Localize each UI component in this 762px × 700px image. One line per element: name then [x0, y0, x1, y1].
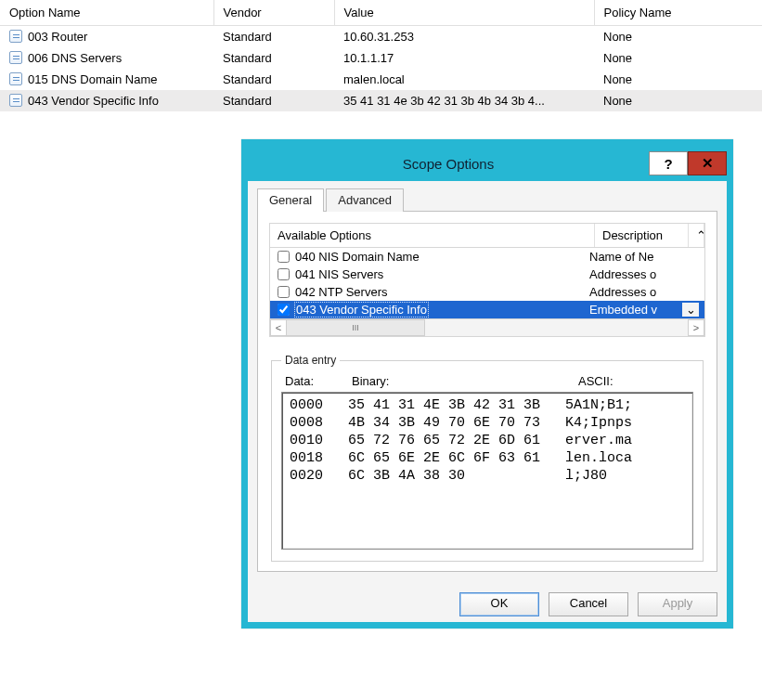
scrollbar-track[interactable]	[425, 319, 688, 336]
option-checkbox[interactable]	[278, 304, 290, 316]
help-button[interactable]: ?	[649, 151, 688, 175]
option-checkbox[interactable]	[278, 251, 290, 263]
cell-policy: None	[594, 69, 762, 90]
scope-options-dialog: Scope Options ? ✕ General Advanced Avail…	[241, 139, 733, 629]
option-name: 040 NIS Domain Name	[295, 250, 589, 264]
option-row[interactable]: 040 NIS Domain Name Name of Ne	[270, 248, 704, 266]
cell-vendor: Standard	[213, 90, 334, 111]
cell-policy: None	[594, 90, 762, 111]
hex-editor[interactable]: 0000 35 41 31 4E 3B 42 31 3B 5A1N;B1; 00…	[281, 392, 693, 550]
cell-vendor: Standard	[213, 69, 334, 90]
dhcp-options-table: Option Name Vendor Value Policy Name 003…	[0, 0, 762, 111]
scrollbar-thumb[interactable]: III	[286, 319, 425, 336]
column-label-ascii: ASCII:	[578, 374, 690, 388]
option-row[interactable]: 043 Vendor Specific Info Embedded v ⌄	[270, 301, 704, 318]
option-icon	[9, 51, 22, 64]
option-row[interactable]: 042 NTP Servers Addresses o	[270, 283, 704, 301]
column-header-vendor[interactable]: Vendor	[213, 0, 334, 26]
cell-option: 006 DNS Servers	[28, 51, 122, 65]
scroll-down-button[interactable]: ⌄	[682, 303, 699, 317]
cell-option: 043 Vendor Specific Info	[28, 94, 159, 108]
scroll-right-button[interactable]: >	[688, 319, 704, 336]
table-row[interactable]: 043 Vendor Specific Info Standard 35 41 …	[0, 90, 762, 111]
cell-vendor: Standard	[213, 26, 334, 48]
option-checkbox[interactable]	[278, 268, 290, 280]
scroll-left-button[interactable]: <	[270, 319, 287, 336]
horizontal-scrollbar[interactable]: < III >	[270, 318, 704, 336]
option-name: 041 NIS Servers	[295, 267, 589, 281]
column-header-policy[interactable]: Policy Name	[594, 0, 762, 26]
column-label-data: Data:	[285, 374, 352, 388]
cell-value: 10.1.1.17	[334, 47, 594, 69]
apply-button[interactable]: Apply	[638, 592, 717, 616]
option-name: 043 Vendor Specific Info	[295, 303, 589, 317]
close-button[interactable]: ✕	[688, 151, 727, 175]
cell-value: 10.60.31.253	[334, 26, 594, 48]
tab-advanced[interactable]: Advanced	[326, 188, 404, 212]
cancel-button[interactable]: Cancel	[549, 592, 628, 616]
cell-value: 35 41 31 4e 3b 42 31 3b 4b 34 3b 4...	[334, 90, 594, 111]
cell-value: malen.local	[334, 69, 594, 90]
list-header-description[interactable]: Description	[595, 224, 688, 247]
data-entry-legend: Data entry	[281, 354, 340, 367]
list-header-available[interactable]: Available Options	[270, 224, 595, 247]
column-header-option[interactable]: Option Name	[0, 0, 213, 26]
option-name: 042 NTP Servers	[295, 285, 589, 299]
column-label-binary: Binary:	[352, 374, 578, 388]
dialog-button-row: OK Cancel Apply	[248, 583, 727, 622]
titlebar[interactable]: Scope Options ? ✕	[248, 146, 727, 181]
dialog-title: Scope Options	[248, 156, 649, 172]
tab-panel-general: Available Options Description ⌃ 040 NIS …	[257, 211, 717, 572]
option-desc: Embedded v	[589, 303, 682, 317]
scroll-up-button[interactable]: ⌃	[688, 224, 704, 247]
option-row[interactable]: 041 NIS Servers Addresses o	[270, 266, 704, 283]
available-options-list: Available Options Description ⌃ 040 NIS …	[269, 223, 705, 337]
option-desc: Name of Ne	[589, 250, 682, 264]
option-desc: Addresses o	[589, 267, 682, 281]
cell-policy: None	[594, 47, 762, 69]
option-checkbox[interactable]	[278, 286, 290, 298]
column-header-value[interactable]: Value	[334, 0, 594, 26]
cell-option: 015 DNS Domain Name	[28, 72, 157, 86]
tab-general[interactable]: General	[257, 188, 324, 212]
option-icon	[9, 30, 22, 43]
cell-policy: None	[594, 26, 762, 48]
option-desc: Addresses o	[589, 285, 682, 299]
table-row[interactable]: 015 DNS Domain Name Standard malen.local…	[0, 69, 762, 90]
cell-vendor: Standard	[213, 47, 334, 69]
cell-option: 003 Router	[28, 30, 87, 44]
table-row[interactable]: 003 Router Standard 10.60.31.253 None	[0, 26, 762, 48]
option-icon	[9, 72, 22, 85]
data-entry-group: Data entry Data: Binary: ASCII: 0000 35 …	[271, 354, 704, 562]
ok-button[interactable]: OK	[459, 592, 539, 616]
option-icon	[9, 94, 22, 107]
table-row[interactable]: 006 DNS Servers Standard 10.1.1.17 None	[0, 47, 762, 69]
